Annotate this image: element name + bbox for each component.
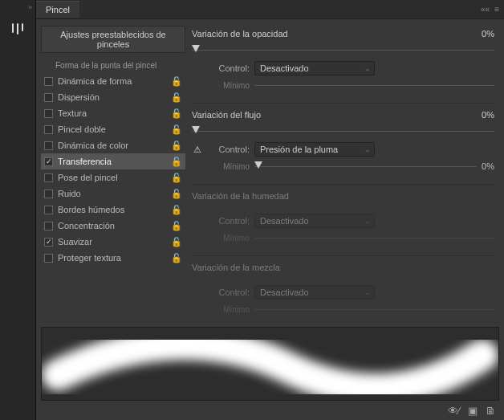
option-checkbox[interactable] [44,141,53,150]
mix-min-slider [254,304,494,315]
warning-icon: ⚠ [192,145,203,155]
opacity-jitter-slider[interactable] [192,43,494,56]
brush-presets-button[interactable]: Ajustes preestablecidos de pinceles [41,26,185,53]
option-label: Dinámica de forma [58,76,166,86]
sidebar-option[interactable]: Dinámica de color🔓 [41,137,185,153]
flow-jitter-value[interactable]: 0% [454,110,494,120]
flow-min-value[interactable]: 0% [482,161,494,171]
flow-control-select[interactable]: Presión de la pluma ⌵ [254,142,375,157]
option-label: Pincel doble [58,124,166,134]
option-label: Ruido [58,189,166,198]
lock-icon[interactable]: 🔓 [171,253,182,263]
option-checkbox[interactable] [44,93,53,102]
option-checkbox[interactable] [44,109,53,118]
panel-menu-icon[interactable]: ≡ [494,5,499,14]
option-label: Dispersión [58,92,166,102]
option-checkbox[interactable] [44,222,53,230]
option-checkbox[interactable] [44,238,53,247]
option-checkbox[interactable] [44,125,53,134]
tab-bar: Pincel «« ≡ [36,0,504,19]
lock-icon[interactable]: 🔓 [171,76,182,87]
lock-icon[interactable]: 🔓 [171,92,182,103]
option-label: Proteger textura [58,253,166,263]
sidebar-option[interactable]: Dispersión🔓 [41,89,185,105]
collapse-arrows-icon[interactable]: » [28,0,32,14]
brush-panel: Pincel «« ≡ Ajustes preestablecidos de p… [36,0,504,420]
option-checkbox[interactable] [44,77,53,86]
option-checkbox[interactable] [44,190,53,198]
option-checkbox[interactable] [44,157,53,166]
option-checkbox[interactable] [44,254,53,263]
option-label: Textura [58,108,166,118]
transfer-settings: Variación de la opacidad 0% Control: Des… [192,26,499,324]
option-checkbox[interactable] [44,206,53,214]
new-brush-icon[interactable]: 🗎 [486,405,496,417]
flow-min-slider[interactable] [254,161,477,172]
sidebar-option[interactable]: Textura🔓 [41,105,185,121]
sidebar-option[interactable]: Proteger textura🔓 [41,250,185,266]
sidebar-option[interactable]: Suavizar🔓 [41,234,185,250]
lock-icon[interactable]: 🔓 [171,157,182,167]
opacity-control-label: Control: [208,63,250,73]
sidebar-option[interactable]: Concentración🔓 [41,218,185,234]
wetness-min-label: Mínimo [208,234,250,243]
chevron-down-icon: ⌵ [365,145,369,153]
lock-icon[interactable]: 🔓 [171,173,182,183]
tab-pincel[interactable]: Pincel [36,1,79,18]
chevron-down-icon: ⌵ [365,288,369,296]
opacity-jitter-block: Variación de la opacidad 0% Control: Des… [192,26,494,93]
flow-jitter-slider[interactable] [192,124,494,137]
option-label: Suavizar [58,237,166,247]
sidebar-option[interactable]: Dinámica de forma🔓 [41,73,185,89]
mix-jitter-label: Variación de la mezcla [192,263,494,272]
sidebar-option[interactable]: Transferencia🔓 [41,153,185,169]
lock-icon[interactable]: 🔓 [171,189,182,199]
sidebar-option[interactable]: Ruido🔓 [41,186,185,202]
opacity-jitter-label: Variación de la opacidad [192,29,449,39]
wetness-jitter-label: Variación de la humedad [192,191,494,201]
mix-jitter-block: Variación de la mezcla Control: Desactiv… [192,259,494,317]
option-label: Concentración [58,221,166,230]
brush-options-sidebar: Ajustes preestablecidos de pinceles Form… [41,26,185,324]
chevron-down-icon: ⌵ [365,64,369,72]
brush-stroke-preview [41,327,499,401]
lock-icon[interactable]: 🔓 [171,108,182,119]
mix-min-label: Mínimo [208,305,250,314]
panel-footer: 👁⁄ ▣ 🗎 [36,401,504,420]
lock-icon[interactable]: 🔓 [171,124,182,135]
lock-icon[interactable]: 🔓 [171,205,182,215]
wetness-control-select: Desactivado ⌵ [254,214,375,228]
chevron-down-icon: ⌵ [365,217,369,225]
mix-control-select: Desactivado ⌵ [254,285,375,300]
create-preset-icon[interactable]: ▣ [468,405,478,417]
flow-jitter-label: Variación del flujo [192,110,449,120]
sidebar-option[interactable]: Bordes húmedos🔓 [41,202,185,218]
option-label: Transferencia [58,157,166,166]
wetness-min-slider [254,232,494,243]
opacity-jitter-value[interactable]: 0% [454,29,494,39]
option-label: Dinámica de color [58,141,166,150]
flow-control-label: Control: [208,145,250,154]
opacity-control-select[interactable]: Desactivado ⌵ [254,61,375,75]
toggle-preview-icon[interactable]: 👁⁄ [448,405,460,417]
collapse-icon[interactable]: «« [481,5,490,14]
flow-jitter-block: Variación del flujo 0% ⚠ Control: Presió… [192,107,494,174]
wetness-jitter-block: Variación de la humedad Control: Desacti… [192,188,494,246]
mix-control-label: Control: [208,287,250,297]
option-label: Pose del pincel [58,173,166,182]
brush-tip-shape-label: Forma de la punta del pincel [41,59,185,73]
sidebar-option[interactable]: Pincel doble🔓 [41,121,185,137]
wetness-control-label: Control: [208,216,250,226]
lock-icon[interactable]: 🔓 [171,221,182,231]
lock-icon[interactable]: 🔓 [171,237,182,247]
option-checkbox[interactable] [44,173,53,182]
option-label: Bordes húmedos [58,205,166,214]
tool-sidebar: » [0,0,36,420]
opacity-min-label: Mínimo [208,81,250,90]
flow-min-label: Mínimo [208,162,250,171]
opacity-min-slider [254,80,494,91]
brush-tool-icon[interactable] [6,18,30,42]
sidebar-option[interactable]: Pose del pincel🔓 [41,169,185,186]
lock-icon[interactable]: 🔓 [171,141,182,151]
